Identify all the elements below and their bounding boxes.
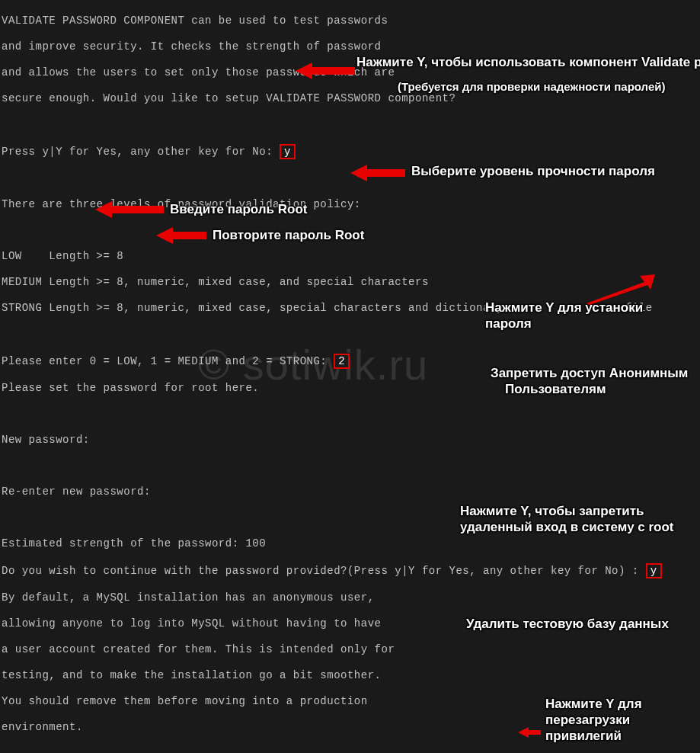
- annotation-reload-priv-3: привилегий: [545, 729, 622, 742]
- arrow-left-icon: [95, 201, 164, 218]
- confirm-password-input[interactable]: y: [646, 563, 662, 578]
- strength-level-input[interactable]: 2: [334, 354, 350, 369]
- svg-marker-0: [296, 62, 355, 79]
- terminal-line: Do you wish to continue with the passwor…: [2, 563, 698, 578]
- terminal-line: testing, and to make the installation go…: [2, 669, 698, 682]
- svg-marker-1: [350, 165, 405, 181]
- arrow-left-icon: [156, 227, 206, 244]
- annotation-remove-testdb: Удалить тестовую базу данных: [466, 617, 669, 630]
- terminal-line: VALIDATE PASSWORD COMPONENT can be used …: [2, 14, 698, 27]
- annotation-strength-level: Выберите уровень прочности пароля: [411, 165, 655, 178]
- annotation-validate-password-sub: (Требуется для проверки надежности парол…: [398, 80, 666, 93]
- terminal-line: New password:: [2, 434, 698, 447]
- terminal-line: [2, 747, 698, 753]
- annotation-remove-anon: Запретить доступ Анонимным: [491, 367, 688, 380]
- svg-marker-2: [95, 201, 164, 218]
- terminal-line: [2, 328, 698, 341]
- annotation-new-password: Введите пароль Root: [170, 203, 307, 216]
- terminal-line: secure enough. Would you like to setup V…: [2, 92, 698, 105]
- terminal-line: and improve security. It checks the stre…: [2, 40, 698, 53]
- terminal-line: [2, 118, 698, 131]
- svg-marker-3: [156, 227, 206, 244]
- annotation-confirm-password-2: пароля: [485, 317, 532, 330]
- annotation-disallow-remote: Нажмите Y, чтобы запретить: [460, 505, 644, 517]
- terminal-line: Re-enter new password:: [2, 485, 698, 498]
- annotation-validate-password: Нажмите Y, чтобы использовать компонент …: [356, 56, 700, 69]
- terminal-line: Estimated strength of the password: 100: [2, 537, 698, 550]
- svg-marker-5: [518, 727, 541, 738]
- prompt-text: Press y|Y for Yes, any other key for No:: [2, 146, 280, 158]
- terminal-line: [2, 408, 698, 421]
- annotation-reload-priv: Нажмите Y для: [545, 697, 642, 710]
- annotation-reload-priv-2: перезагрузки: [545, 713, 630, 726]
- arrow-left-icon: [296, 62, 355, 79]
- validate-password-input[interactable]: y: [280, 144, 296, 159]
- svg-marker-4: [587, 274, 655, 305]
- terminal-line: By default, a MySQL installation has an …: [2, 591, 698, 604]
- arrow-left-icon: [350, 165, 405, 181]
- terminal-line: Press y|Y for Yes, any other key for No:…: [2, 144, 698, 159]
- arrow-upright-icon: [587, 274, 655, 305]
- annotation-remove-anon-2: Пользователям: [505, 383, 606, 396]
- terminal-line: a user account created for them. This is…: [2, 643, 698, 656]
- arrow-left-icon: [518, 727, 541, 738]
- prompt-text: Do you wish to continue with the passwor…: [2, 565, 646, 577]
- prompt-text: Please enter 0 = LOW, 1 = MEDIUM and 2 =…: [2, 355, 334, 367]
- terminal-line: [2, 460, 698, 473]
- annotation-disallow-remote-2: удаленный вход в систему с root: [460, 521, 674, 534]
- terminal-line: LOW Length >= 8: [2, 250, 698, 263]
- annotation-reenter-password: Повторите пароль Root: [213, 229, 364, 242]
